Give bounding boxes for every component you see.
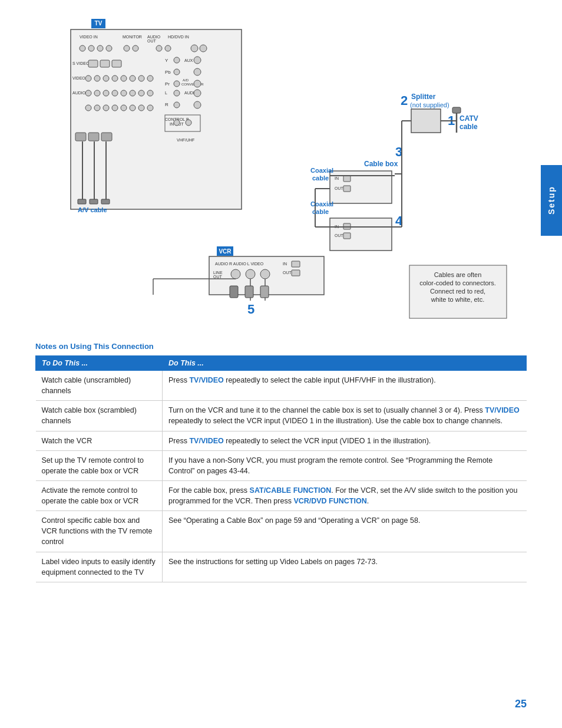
svg-text:MONITOR: MONITOR [123,35,142,39]
table-cell-col1: Watch the VCR [36,431,163,450]
svg-point-57 [174,102,180,108]
table-row: Set up the TV remote control to operate … [36,450,527,480]
svg-text:OUT: OUT [335,186,344,190]
svg-point-40 [130,75,135,81]
svg-point-30 [174,81,180,87]
svg-point-48 [103,90,109,96]
svg-point-50 [121,90,127,96]
svg-point-72 [147,105,153,111]
svg-point-47 [94,90,100,96]
svg-point-46 [85,90,91,96]
svg-point-17 [200,45,207,52]
svg-point-69 [121,105,127,111]
col2-header: Do This ... [163,356,527,371]
svg-text:VHF/UHF: VHF/UHF [177,138,194,142]
svg-point-58 [194,101,201,108]
svg-text:IN: IN [283,262,287,266]
table-cell-col2: Turn on the VCR and tune it to the chann… [163,401,527,431]
svg-point-10 [97,45,103,51]
table-cell-col2: See the instructions for setting up Vide… [163,552,527,582]
svg-point-52 [138,90,144,96]
svg-text:2: 2 [401,93,408,108]
connection-diagram: TV VIDEO IN MONITOR AUDIO OUT HD/DVD IN … [35,18,530,336]
table-cell-col1: Activate the remote control to operate t… [36,480,163,510]
svg-rect-75 [101,133,112,141]
svg-point-13 [133,45,138,51]
svg-text:(not supplied): (not supplied) [410,101,449,108]
svg-point-62 [186,120,191,126]
svg-point-70 [130,105,135,111]
svg-point-41 [138,75,144,81]
svg-point-39 [121,75,127,81]
svg-text:LINE: LINE [213,271,223,275]
page-number: 25 [515,698,527,710]
svg-rect-73 [75,133,86,141]
svg-text:Cables are often: Cables are often [434,271,482,278]
svg-text:Connect red to red,: Connect red to red, [430,288,485,295]
svg-text:A/V cable: A/V cable [78,206,107,213]
svg-text:cable: cable [459,123,478,131]
table-cell-col2: See “Operating a Cable Box” on page 59 a… [163,511,527,552]
diagram-area: TV VIDEO IN MONITOR AUDIO OUT HD/DVD IN … [35,18,530,336]
svg-rect-21 [112,60,121,67]
svg-rect-103 [260,286,269,298]
svg-text:TV: TV [95,20,103,27]
svg-point-8 [80,45,85,51]
table-row: Watch cable box (scrambled) channelsTurn… [36,401,527,431]
setup-side-tab: Setup [541,165,562,236]
table-cell-col1: Watch cable (unscrambled) channels [36,371,163,401]
svg-point-16 [191,45,198,52]
svg-point-25 [194,57,201,64]
svg-text:OUT: OUT [147,39,157,43]
svg-point-45 [174,90,180,96]
svg-rect-107 [343,176,351,182]
svg-text:AUDIO: AUDIO [72,91,86,95]
svg-rect-2 [71,29,242,209]
svg-point-35 [85,75,91,81]
svg-point-28 [194,68,201,75]
info-table: To Do This ... Do This ... Watch cable (… [35,355,527,582]
svg-point-53 [147,90,153,96]
table-cell-col2: For the cable box, press SAT/CABLE FUNCT… [163,480,527,510]
svg-text:S VIDEO: S VIDEO [72,61,90,65]
svg-point-11 [106,45,112,51]
svg-text:HD/DVD IN: HD/DVD IN [168,35,189,39]
svg-text:VIDEO IN: VIDEO IN [80,35,98,39]
svg-text:A/D: A/D [183,78,189,82]
svg-point-68 [112,105,118,111]
svg-text:OUT: OUT [335,233,344,238]
svg-point-38 [112,75,118,81]
svg-point-51 [130,90,135,96]
svg-text:Y: Y [165,58,168,63]
svg-point-89 [231,269,240,279]
notes-title: Notes on Using This Connection [35,342,527,351]
svg-rect-128 [411,109,441,133]
svg-rect-19 [88,60,98,67]
svg-rect-82 [101,199,110,204]
svg-point-27 [174,69,180,75]
svg-point-91 [260,269,270,279]
svg-text:L: L [165,91,167,95]
table-cell-col2: If you have a non-Sony VCR, you must pro… [163,450,527,480]
side-tab-text: Setup [547,186,556,215]
svg-rect-81 [90,199,98,204]
svg-point-65 [85,105,91,111]
svg-text:Pb: Pb [165,70,171,75]
svg-point-90 [246,269,255,279]
svg-point-14 [156,45,162,51]
svg-text:AUDIO: AUDIO [147,35,161,39]
svg-text:VCR: VCR [219,248,232,255]
table-cell-col2: Press TV/VIDEO repeatedly to select the … [163,431,527,450]
svg-rect-109 [343,186,351,192]
svg-text:OUT: OUT [213,275,223,279]
table-row: Activate the remote control to operate t… [36,480,527,510]
table-row: Watch the VCRPress TV/VIDEO repeatedly t… [36,431,527,450]
table-row: Watch cable (unscrambled) channelsPress … [36,371,527,401]
svg-point-42 [147,75,153,81]
svg-rect-80 [78,199,86,204]
table-row: Label video inputs to easily identify eq… [36,552,527,582]
svg-text:AUX: AUX [184,58,193,62]
svg-text:Coaxial: Coaxial [310,200,333,207]
svg-text:cable: cable [312,174,329,182]
svg-rect-102 [245,286,253,298]
